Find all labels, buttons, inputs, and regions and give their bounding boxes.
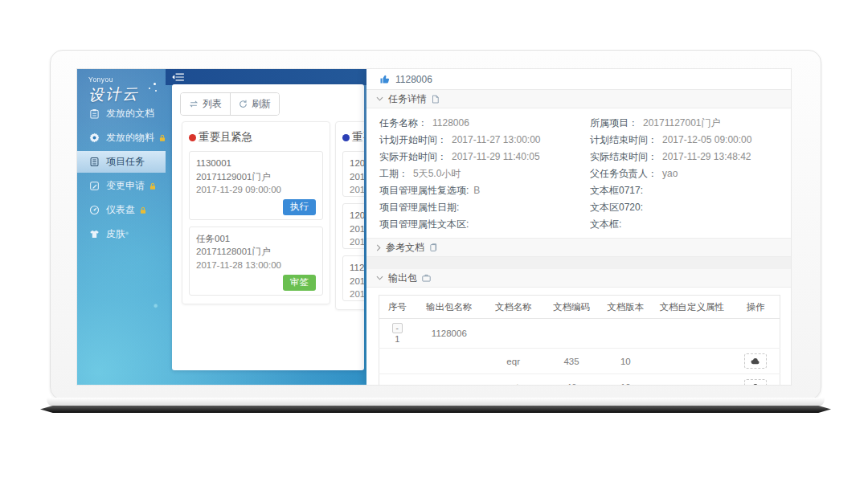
- task-card[interactable]: 12010 20171 2017-: [342, 203, 364, 249]
- page: Yonyou 设计云 发放的文档: [0, 0, 868, 498]
- package-group-row: - 1 1128006: [379, 319, 780, 349]
- sidebar-item-label: 变更申请: [106, 179, 145, 193]
- section-gap: [366, 257, 792, 269]
- cloud-download-icon: [751, 383, 760, 386]
- section-label: 任务详情: [388, 92, 427, 106]
- doc-version-cell: 10: [600, 374, 652, 386]
- sidebar-item-change-request[interactable]: 变更申请: [77, 175, 166, 197]
- list-view-button[interactable]: 列表: [181, 93, 230, 115]
- brand: Yonyou 设计云: [77, 69, 166, 105]
- field-label: 项目管理属性日期:: [379, 202, 459, 213]
- task-time: 2017-11-28 13:00:00: [196, 259, 316, 272]
- sidebar-item-issued-materials[interactable]: 发放的物料: [77, 127, 166, 149]
- task-time: 2017-: [350, 183, 364, 197]
- task-card[interactable]: 12010 20171 2017-: [342, 151, 364, 197]
- section-label: 输出包: [388, 271, 417, 285]
- task-name: 12010: [350, 157, 364, 170]
- edit-icon: [89, 181, 100, 192]
- field-label: 任务名称：: [379, 117, 428, 129]
- column-header: 输出包名称: [415, 296, 483, 319]
- device-reflection: Yonyou 设计云 发放的文档: [50, 418, 821, 498]
- task-card[interactable]: 1130001 20171129001门户 2017-11-29 09:00:0…: [189, 151, 323, 220]
- kanban-columns: 重要且紧急 1130001 20171129001门户 2017-11-29 0…: [182, 121, 364, 310]
- field-label: 所属项目：: [590, 117, 638, 129]
- gauge-icon: [89, 205, 100, 216]
- field-label: 父任务负责人：: [590, 168, 657, 179]
- doc-custom-attr-cell: [652, 349, 732, 374]
- app-screen: Yonyou 设计云 发放的文档: [76, 68, 792, 386]
- lock-icon: [140, 206, 146, 214]
- detail-header: 1128006: [366, 69, 792, 90]
- task-name: 任务001: [196, 232, 316, 246]
- section-label: 参考文档: [386, 241, 424, 255]
- chevron-down-icon: [376, 276, 383, 280]
- column-header: 序号: [379, 296, 416, 319]
- lock-icon: [149, 182, 156, 190]
- field-value: 2017-11-27 13:00:00: [452, 134, 541, 145]
- sidebar-item-dashboard[interactable]: 仪表盘: [77, 199, 166, 221]
- field-label: 实际结束时间：: [590, 151, 657, 162]
- section-output-package[interactable]: 输出包: [366, 269, 792, 288]
- sidebar-item-issued-documents[interactable]: 发放的文档: [77, 103, 166, 124]
- lock-icon: [159, 134, 166, 142]
- field-label: 工期：: [379, 168, 408, 179]
- column-header: 文档自定义属性: [652, 296, 732, 319]
- shirt-icon: [89, 229, 100, 240]
- collapse-sidebar-icon[interactable]: [172, 72, 185, 82]
- section-reference-documents[interactable]: 参考文档: [366, 238, 792, 257]
- task-card[interactable]: 11290 20171 2017-: [342, 255, 364, 301]
- briefcase-icon: [422, 274, 431, 282]
- collapse-row-toggle[interactable]: -: [392, 323, 403, 333]
- list-view-label: 列表: [203, 97, 222, 111]
- doc-code-cell: 46: [543, 374, 600, 386]
- sidebar: Yonyou 设计云 发放的文档: [77, 69, 166, 386]
- task-time: 2017-: [350, 288, 364, 301]
- device-mockup: Yonyou 设计云 发放的文档: [50, 50, 821, 413]
- row-index: 1: [395, 334, 399, 344]
- section-task-details[interactable]: 任务详情: [366, 90, 792, 108]
- doc-version-cell: 10: [600, 349, 652, 374]
- sidebar-item-label: 发放的文档: [106, 107, 154, 120]
- column-header: 操作: [732, 296, 780, 319]
- chevron-right-icon: [376, 244, 381, 251]
- download-button[interactable]: [744, 353, 767, 369]
- field-value: 2017-11-29 13:48:42: [662, 151, 751, 162]
- sidebar-item-skin[interactable]: 皮肤: [77, 223, 166, 245]
- gear-icon: [89, 133, 100, 144]
- field-label: 项目管理属性文本区:: [379, 218, 469, 230]
- chevron-down-icon: [376, 96, 383, 101]
- task-project: 20171: [350, 275, 364, 288]
- field-value: 2017-12-05 09:00:00: [662, 134, 751, 145]
- task-project: 20171: [350, 222, 364, 236]
- red-dot-icon: [189, 134, 196, 141]
- field-value: yao: [662, 168, 678, 179]
- field-label: 实际开始时间：: [379, 151, 447, 162]
- task-project: 20171: [350, 170, 364, 184]
- task-list-icon: [89, 157, 100, 168]
- doc-name-cell: ert: [483, 374, 543, 386]
- task-time: 2017-: [350, 235, 364, 249]
- task-list-panel: 列表 刷新 重要且紧急: [172, 84, 364, 370]
- package-name-cell: 1128006: [415, 319, 483, 349]
- refresh-label: 刷新: [252, 97, 271, 111]
- task-time: 2017-11-29 09:00:00: [196, 183, 316, 197]
- fields-left-column: 任务名称：1128006 计划开始时间：2017-11-27 13:00:00 …: [379, 115, 590, 233]
- detail-task-id: 1128006: [395, 74, 432, 85]
- refresh-button[interactable]: 刷新: [230, 93, 279, 115]
- execute-button[interactable]: 执行: [283, 199, 316, 215]
- task-project: 20171128001门户: [196, 245, 316, 259]
- field-label: 文本框0717:: [590, 185, 643, 196]
- field-label: 文本框:: [590, 218, 621, 230]
- cloud-download-icon: [751, 357, 760, 365]
- sidebar-item-project-tasks[interactable]: 项目任务: [77, 151, 166, 173]
- kanban-column-header: 重要: [342, 130, 364, 145]
- column-header: 文档编码: [543, 296, 600, 319]
- task-project: 20171129001门户: [196, 170, 316, 184]
- task-card[interactable]: 任务001 20171128001门户 2017-11-28 13:00:00 …: [189, 227, 323, 296]
- field-label: 计划开始时间：: [379, 134, 447, 145]
- download-button[interactable]: [744, 379, 767, 386]
- sidebar-item-label: 发放的物料: [106, 131, 154, 145]
- view-toolbar: 列表 刷新: [180, 92, 280, 116]
- review-sign-button[interactable]: 审签: [283, 275, 316, 291]
- kanban-column-title: 重要且紧急: [199, 130, 253, 145]
